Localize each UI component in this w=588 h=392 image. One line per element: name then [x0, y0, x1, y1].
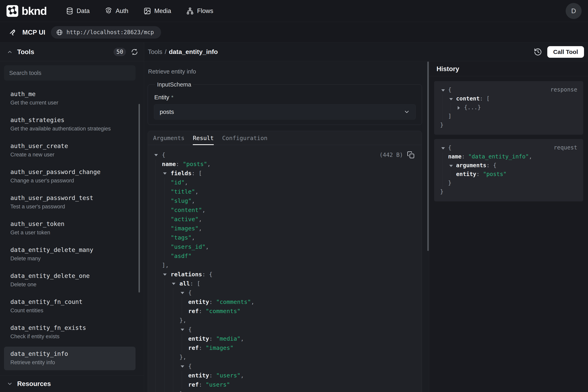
- entity-field-label: Entity*: [154, 94, 416, 101]
- indent-guide: [153, 214, 162, 224]
- tab-result[interactable]: Result: [193, 131, 214, 145]
- sidebar-tool-item-data_entity_delete_many[interactable]: data_entity_delete_manyDelete many: [4, 243, 136, 266]
- sidebar-tool-item-data_entity_fn_count[interactable]: data_entity_fn_countCount entities: [4, 295, 136, 318]
- sidebar-tool-item-auth_me[interactable]: auth_meGet the current user: [4, 87, 136, 110]
- indent-guide: [153, 297, 162, 306]
- json-punctuation: ,: [240, 335, 244, 342]
- nav-item-auth[interactable]: Auth: [105, 7, 128, 15]
- indent-guide: [162, 214, 171, 224]
- collapse-toggle-icon[interactable]: [162, 270, 171, 279]
- collapse-toggle-icon[interactable]: [180, 288, 188, 297]
- json-punctuation: : {: [202, 271, 212, 278]
- mcp-title-label: MCP UI: [22, 28, 45, 36]
- call-tool-button[interactable]: Call Tool: [547, 46, 584, 58]
- brand-logo[interactable]: bknd: [6, 4, 47, 18]
- indent-guide: [162, 334, 171, 343]
- json-line: "title",: [153, 187, 422, 196]
- sidebar-tool-item-auth_user_token[interactable]: auth_user_tokenGet a user token: [4, 217, 136, 240]
- json-key: relations: [171, 271, 202, 278]
- json-punctuation: ,: [251, 298, 254, 305]
- resources-section-header[interactable]: Resources: [0, 375, 144, 392]
- indent-guide: [440, 103, 448, 112]
- breadcrumb-section[interactable]: Tools: [148, 48, 162, 56]
- mcp-url-chip[interactable]: http://localhost:28623/mcp: [51, 26, 161, 38]
- json-line: entity: "comments",: [153, 297, 422, 306]
- collapse-toggle-icon[interactable]: [153, 150, 162, 160]
- sidebar-tool-item-auth_user_create[interactable]: auth_user_createCreate a new user: [4, 139, 136, 162]
- json-punctuation: ,: [207, 161, 210, 168]
- json-punctuation: ,: [198, 216, 202, 222]
- avatar[interactable]: D: [566, 3, 582, 19]
- collapse-toggle-icon[interactable]: [180, 362, 188, 371]
- breadcrumb: Tools / data_entity_info: [148, 48, 218, 56]
- json-punctuation: :: [461, 153, 468, 160]
- tool-desc: Delete one: [10, 281, 136, 288]
- top-nav: bknd DataAuthMediaFlows D: [0, 0, 588, 22]
- copy-icon[interactable]: [407, 151, 414, 159]
- sidebar-tool-item-data_entity_info[interactable]: data_entity_infoRetrieve entity info: [4, 347, 136, 370]
- collapse-toggle-icon[interactable]: [171, 279, 180, 288]
- indent-guide: [153, 169, 162, 178]
- json-key: ref: [188, 308, 198, 314]
- indent-guide: [153, 196, 162, 206]
- history-entry-card-response[interactable]: response{content: [{...}]}: [434, 81, 583, 135]
- search-input[interactable]: [4, 65, 136, 80]
- json-line: },: [153, 316, 422, 325]
- json-punctuation: :: [198, 381, 205, 388]
- sidebar-tool-item-auth_user_password_test[interactable]: auth_user_password_testTest a user's pas…: [4, 191, 136, 214]
- indent-guide: [162, 352, 171, 362]
- history-entry-card-request[interactable]: request{name: "data_entity_info",argumen…: [434, 139, 583, 202]
- json-punctuation: : [: [190, 280, 200, 287]
- json-punctuation: ,: [198, 225, 202, 232]
- json-punctuation: ,: [195, 188, 198, 195]
- collapse-toggle-icon[interactable]: [180, 325, 188, 334]
- collapse-toggle-icon[interactable]: [440, 144, 448, 152]
- result-json-viewer: (442 B) {name: "posts",fields: ["id","ti…: [148, 145, 422, 392]
- tool-desc: Retrieve entity info: [10, 359, 136, 366]
- indent-guide: [153, 224, 162, 233]
- indent-guide: [153, 306, 162, 316]
- collapse-toggle-icon[interactable]: [448, 94, 456, 103]
- required-mark: *: [171, 94, 174, 100]
- tools-section-header[interactable]: Tools 50: [0, 42, 144, 61]
- sidebar-tool-item-data_entity_fn_exists[interactable]: data_entity_fn_existsCheck if entity exi…: [4, 321, 136, 344]
- main-scrollbar[interactable]: [427, 62, 429, 251]
- tool-desc: Count entities: [10, 307, 136, 314]
- nav-item-media[interactable]: Media: [144, 7, 171, 15]
- indent-guide: [162, 233, 171, 242]
- sidebar-scrollbar[interactable]: [139, 104, 140, 292]
- indent-guide: [162, 206, 171, 214]
- entity-select[interactable]: posts: [154, 104, 416, 120]
- tool-name: auth_user_token: [10, 220, 136, 228]
- json-line: {...}: [440, 103, 578, 112]
- indent-guide: [162, 297, 171, 306]
- indent-guide: [171, 288, 180, 297]
- tool-name: data_entity_info: [10, 350, 136, 358]
- history-title: History: [436, 65, 459, 73]
- breadcrumb-separator: /: [165, 48, 167, 56]
- nav-item-label: Auth: [116, 8, 128, 14]
- sidebar-tool-item-data_entity_delete_one[interactable]: data_entity_delete_oneDelete one: [4, 269, 136, 292]
- history-icon[interactable]: [534, 48, 542, 56]
- tab-configuration[interactable]: Configuration: [222, 131, 267, 145]
- chevron-down-icon: [403, 109, 410, 115]
- collapse-toggle-icon[interactable]: [440, 86, 448, 94]
- collapse-toggle-icon[interactable]: [162, 169, 171, 178]
- json-punctuation: ,: [202, 206, 205, 214]
- sidebar-tool-item-auth_user_password_change[interactable]: auth_user_password_changeChange a user's…: [4, 165, 136, 188]
- tab-arguments[interactable]: Arguments: [153, 131, 185, 145]
- json-punctuation: }: [440, 122, 443, 128]
- json-line: "users_id",: [153, 242, 422, 251]
- nav-item-data[interactable]: Data: [66, 7, 90, 15]
- nav-item-flows[interactable]: Flows: [186, 7, 213, 15]
- tool-desc: Delete many: [10, 255, 136, 262]
- collapse-toggle-icon[interactable]: [448, 161, 456, 170]
- indent-guide: [153, 380, 162, 389]
- refresh-icon[interactable]: [131, 48, 138, 55]
- input-schema-fieldset: InputSchema Entity* posts: [148, 81, 422, 125]
- sidebar-tool-item-auth_strategies[interactable]: auth_strategiesGet the available authent…: [4, 113, 136, 136]
- json-line: "images",: [153, 224, 422, 233]
- indent-guide: [448, 170, 456, 178]
- expand-toggle-icon[interactable]: [456, 103, 464, 112]
- json-string: "asdf": [171, 252, 192, 259]
